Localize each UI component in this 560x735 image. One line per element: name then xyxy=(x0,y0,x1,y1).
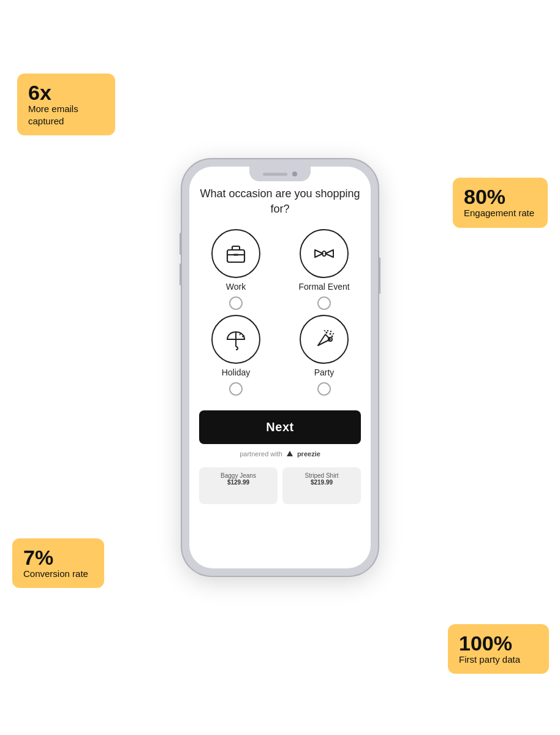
svg-point-9 xyxy=(326,332,328,334)
partnered-row: partnered with preezie xyxy=(240,450,320,458)
holiday-label: Holiday xyxy=(222,368,251,377)
product-strip: Baggy Jeans $129.99 Striped Shirt $219.9… xyxy=(199,462,361,504)
stat-label-firstparty: First party data xyxy=(459,654,520,665)
question-title: What occasion are you shopping for? xyxy=(199,186,361,217)
svg-rect-0 xyxy=(227,250,244,262)
product-price-1: $219.99 xyxy=(311,479,333,486)
svg-point-13 xyxy=(330,331,331,332)
phone-mockup: What occasion are you shopping for? xyxy=(182,159,378,576)
stat-number-engagement: 80% xyxy=(464,186,537,207)
formal-icon xyxy=(311,240,338,267)
product-name-1: Striped Shirt xyxy=(305,472,338,479)
next-button[interactable]: Next xyxy=(199,410,361,444)
holiday-radio[interactable] xyxy=(229,382,243,396)
phone-outer: What occasion are you shopping for? xyxy=(182,159,378,576)
work-icon-circle xyxy=(211,229,260,278)
phone-screen: What occasion are you shopping for? xyxy=(189,167,371,568)
work-icon xyxy=(222,240,249,267)
stat-number-conversion: 7% xyxy=(23,547,93,568)
product-name-0: Baggy Jeans xyxy=(221,472,256,479)
svg-point-11 xyxy=(331,336,333,337)
svg-line-6 xyxy=(240,333,241,335)
party-icon xyxy=(311,326,338,353)
formal-radio[interactable] xyxy=(317,296,331,310)
svg-point-10 xyxy=(330,333,331,335)
phone-notch xyxy=(249,167,311,181)
product-card-1[interactable]: Striped Shirt $219.99 xyxy=(282,467,361,504)
formal-icon-circle xyxy=(300,229,349,278)
holiday-icon-circle xyxy=(211,315,260,364)
preezie-brand: preezie xyxy=(297,450,320,458)
svg-marker-16 xyxy=(287,451,293,456)
svg-point-12 xyxy=(327,330,328,331)
partnered-text: partnered with xyxy=(240,450,282,458)
preezie-logo-icon xyxy=(286,450,293,458)
party-radio[interactable] xyxy=(317,382,331,396)
stat-badge-engagement: 80% Engagement rate xyxy=(453,178,548,228)
stat-number-firstparty: 100% xyxy=(459,633,538,654)
stat-label-conversion: Conversion rate xyxy=(23,568,88,579)
party-icon-circle xyxy=(300,315,349,364)
stat-number-emails: 6x xyxy=(28,82,104,103)
stat-badge-firstparty: 100% First party data xyxy=(448,624,549,674)
options-grid: Work Formal Event xyxy=(199,229,361,396)
work-label: Work xyxy=(226,282,246,292)
work-radio[interactable] xyxy=(229,296,243,310)
formal-label: Formal Event xyxy=(298,282,349,292)
product-price-0: $129.99 xyxy=(227,479,249,486)
holiday-icon xyxy=(222,326,249,353)
stat-badge-emails: 6x More emails captured xyxy=(17,74,115,135)
stat-label-emails: More emails captured xyxy=(28,104,78,126)
option-work[interactable]: Work xyxy=(199,229,273,310)
screen-content: What occasion are you shopping for? xyxy=(189,167,371,568)
svg-line-14 xyxy=(324,330,325,331)
party-label: Party xyxy=(314,368,335,377)
option-holiday[interactable]: Holiday xyxy=(199,315,273,396)
notch-camera xyxy=(292,172,297,176)
notch-speaker xyxy=(263,173,287,176)
product-card-0[interactable]: Baggy Jeans $129.99 xyxy=(199,467,278,504)
stat-badge-conversion: 7% Conversion rate xyxy=(12,538,104,589)
option-formal[interactable]: Formal Event xyxy=(287,229,361,310)
svg-line-15 xyxy=(333,333,334,334)
svg-point-3 xyxy=(322,251,326,256)
stat-label-engagement: Engagement rate xyxy=(464,208,534,218)
option-party[interactable]: Party xyxy=(287,315,361,396)
